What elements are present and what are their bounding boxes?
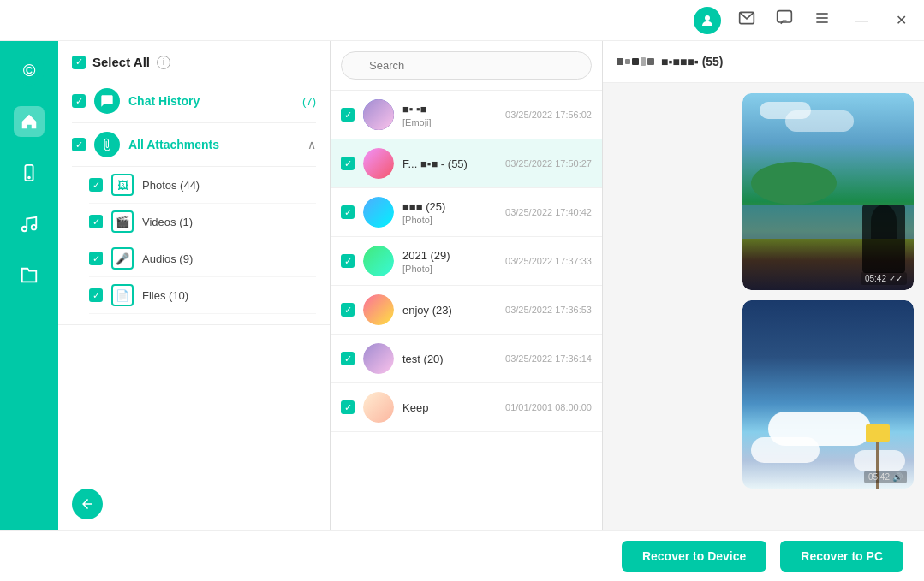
photo-item: 05:42 🔊 bbox=[742, 300, 914, 489]
chat-name: 2021 (29) bbox=[402, 249, 497, 262]
photo-preview bbox=[742, 93, 914, 290]
search-wrapper: 🔍 bbox=[341, 51, 592, 80]
chat-items-list: ■▪ ▪■ [Emoji] 03/25/2022 17:56:02 F... ■… bbox=[331, 91, 602, 530]
sidebar-item-music[interactable] bbox=[14, 209, 45, 240]
back-button[interactable] bbox=[72, 489, 103, 519]
chat-item[interactable]: F... ■▪■ - (55) 03/25/2022 17:50:27 bbox=[331, 139, 602, 188]
chat-time: 03/25/2022 17:56:02 bbox=[505, 110, 592, 120]
chat-checkbox[interactable] bbox=[341, 157, 355, 170]
preview-header: ■▪■■■▪ (55) bbox=[603, 41, 924, 83]
photo-preview-2 bbox=[742, 300, 914, 489]
select-all-label: Select All bbox=[92, 55, 150, 69]
photo-timestamp: 05:42 ✓✓ bbox=[861, 272, 907, 285]
chat-info: test (20) bbox=[402, 353, 497, 365]
sub-items: 🖼 Photos (44) 🎬 Videos (1) 🎤 Audios (9) bbox=[72, 167, 316, 314]
svg-point-0 bbox=[705, 15, 710, 21]
chat-name: ■■■ (25) bbox=[402, 200, 497, 213]
sidebar-item-phone[interactable] bbox=[14, 157, 45, 188]
all-attachments-checkbox[interactable] bbox=[72, 138, 86, 151]
videos-label: Videos (1) bbox=[142, 216, 193, 228]
audios-checkbox[interactable] bbox=[89, 252, 103, 265]
search-bar-container: 🔍 bbox=[331, 41, 602, 91]
chat-name: enjoy (23) bbox=[402, 304, 497, 317]
app-container: — ✕ © Select All bbox=[0, 0, 924, 581]
chat-checkbox[interactable] bbox=[341, 352, 355, 365]
svg-point-9 bbox=[32, 225, 37, 230]
chat-history-label: Chat History bbox=[128, 94, 294, 108]
preview-contact-name: ■▪■■■▪ (55) bbox=[661, 55, 724, 68]
avatar bbox=[363, 99, 394, 130]
all-attachments-item[interactable]: All Attachments ∧ bbox=[72, 123, 316, 167]
preview-content: 05:42 ✓✓ 05:4 bbox=[603, 83, 924, 530]
chat-item[interactable]: ■■■ (25) [Photo] 03/25/2022 17:40:42 bbox=[331, 188, 602, 237]
left-panel: Select All i Chat History (7) bbox=[58, 41, 331, 530]
sub-item-files[interactable]: 📄 Files (10) bbox=[89, 277, 316, 314]
recover-to-device-button[interactable]: Recover to Device bbox=[622, 541, 766, 572]
photos-checkbox[interactable] bbox=[89, 178, 103, 192]
avatar bbox=[363, 148, 394, 179]
sidebar-item-files[interactable] bbox=[14, 260, 45, 291]
chat-info: ■■■ (25) [Photo] bbox=[402, 200, 497, 225]
files-icon: 📄 bbox=[111, 284, 134, 306]
chat-list-panel: 🔍 ■▪ ▪■ [Emoji] 03/25/2022 17:56:02 bbox=[331, 41, 603, 530]
chat-item[interactable]: Keep 01/01/2001 08:00:00 bbox=[331, 383, 602, 432]
preview-avatar-area bbox=[617, 57, 654, 66]
svg-point-7 bbox=[28, 177, 30, 179]
info-icon[interactable]: i bbox=[157, 56, 170, 69]
chat-checkbox[interactable] bbox=[341, 303, 355, 317]
avatar bbox=[363, 294, 394, 325]
chat-subtext: [Photo] bbox=[402, 264, 497, 274]
chat-time: 03/25/2022 17:50:27 bbox=[505, 158, 592, 169]
bottom-bar: Recover to Device Recover to PC bbox=[0, 530, 924, 581]
photos-icon: 🖼 bbox=[111, 174, 134, 196]
photo-item: 05:42 ✓✓ bbox=[742, 93, 914, 290]
chat-time: 01/01/2001 08:00:00 bbox=[505, 402, 592, 412]
select-all-row: Select All i bbox=[72, 55, 316, 69]
chat-checkbox[interactable] bbox=[341, 108, 355, 122]
chat-item[interactable]: ■▪ ▪■ [Emoji] 03/25/2022 17:56:02 bbox=[331, 91, 602, 139]
close-button[interactable]: ✕ bbox=[889, 9, 914, 32]
chat-history-icon bbox=[94, 88, 120, 114]
chat-subtext: [Photo] bbox=[402, 215, 497, 225]
chat-info: enjoy (23) bbox=[402, 304, 497, 317]
chat-item[interactable]: enjoy (23) 03/25/2022 17:36:53 bbox=[331, 286, 602, 335]
chat-icon[interactable] bbox=[772, 6, 796, 34]
menu-icon[interactable] bbox=[810, 6, 834, 34]
user-icon[interactable] bbox=[694, 7, 721, 34]
chat-info: Keep bbox=[402, 401, 497, 414]
chat-name: Keep bbox=[402, 401, 497, 414]
avatar bbox=[363, 392, 394, 423]
chat-item[interactable]: 2021 (29) [Photo] 03/25/2022 17:37:33 bbox=[331, 237, 602, 286]
sub-item-audios[interactable]: 🎤 Audios (9) bbox=[89, 240, 316, 277]
chat-history-checkbox[interactable] bbox=[72, 94, 86, 108]
photo-timestamp-2: 05:42 🔊 bbox=[864, 471, 907, 483]
app-sidebar: © bbox=[0, 41, 58, 530]
chat-info: ■▪ ▪■ [Emoji] bbox=[402, 103, 497, 127]
files-checkbox[interactable] bbox=[89, 288, 103, 302]
mail-icon[interactable] bbox=[735, 6, 759, 34]
panel-header: Select All i Chat History (7) bbox=[58, 41, 330, 325]
expand-icon[interactable]: ∧ bbox=[307, 138, 316, 151]
audios-label: Audios (9) bbox=[142, 252, 193, 265]
chat-checkbox[interactable] bbox=[341, 400, 355, 414]
videos-checkbox[interactable] bbox=[89, 215, 103, 228]
sub-item-photos[interactable]: 🖼 Photos (44) bbox=[89, 167, 316, 204]
chat-time: 03/25/2022 17:40:42 bbox=[505, 207, 592, 217]
chat-time: 03/25/2022 17:36:53 bbox=[505, 305, 592, 315]
search-input[interactable] bbox=[341, 51, 592, 80]
chat-history-count: (7) bbox=[302, 95, 316, 108]
chat-name: ■▪ ▪■ bbox=[402, 103, 497, 116]
chat-checkbox[interactable] bbox=[341, 254, 355, 268]
select-all-checkbox[interactable] bbox=[72, 56, 86, 69]
sidebar-item-home[interactable] bbox=[14, 106, 45, 137]
photos-label: Photos (44) bbox=[142, 179, 200, 192]
recover-to-pc-button[interactable]: Recover to PC bbox=[780, 541, 903, 572]
svg-point-8 bbox=[22, 227, 27, 232]
chat-history-item[interactable]: Chat History (7) bbox=[72, 80, 316, 123]
sub-item-videos[interactable]: 🎬 Videos (1) bbox=[89, 204, 316, 240]
app-logo: © bbox=[14, 55, 45, 86]
files-label: Files (10) bbox=[142, 289, 188, 302]
minimize-button[interactable]: — bbox=[848, 9, 875, 32]
chat-item[interactable]: test (20) 03/25/2022 17:36:14 bbox=[331, 335, 602, 383]
chat-checkbox[interactable] bbox=[341, 205, 355, 219]
